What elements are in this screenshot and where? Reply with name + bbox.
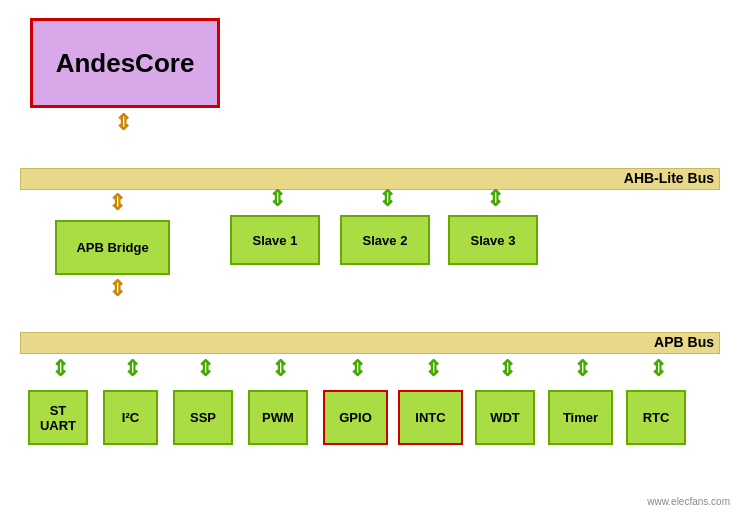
ahb-bus-label: AHB-Lite Bus	[624, 170, 714, 186]
apb-bus-bar	[20, 332, 720, 354]
apb-bridge-to-apb-arrow: ⇕	[107, 278, 127, 300]
st-uart-box: ST UART	[28, 390, 88, 445]
apb-to-i2c-arrow: ⇕	[122, 358, 142, 380]
watermark: www.elecfans.com	[647, 496, 730, 507]
andes-core-label: AndesCore	[56, 48, 195, 79]
slave2-box: Slave 2	[340, 215, 430, 265]
andes-to-ahb-arrow: ⇕	[113, 112, 133, 134]
intc-box: INTC	[398, 390, 463, 445]
ahb-bus-bar	[20, 168, 720, 190]
apb-to-gpio-arrow: ⇕	[347, 358, 367, 380]
wdt-box: WDT	[475, 390, 535, 445]
apb-to-pwm-arrow: ⇕	[270, 358, 290, 380]
apb-to-stuart-arrow: ⇕	[50, 358, 70, 380]
apb-bridge-box: APB Bridge	[55, 220, 170, 275]
apb-to-rtc-arrow: ⇕	[648, 358, 668, 380]
ahb-to-slave3-arrow: ⇕	[485, 188, 505, 210]
apb-to-ssp-arrow: ⇕	[195, 358, 215, 380]
ahb-to-apb-bridge-arrow: ⇕	[107, 192, 127, 214]
andes-core-box: AndesCore	[30, 18, 220, 108]
slave3-box: Slave 3	[448, 215, 538, 265]
ahb-to-slave1-arrow: ⇕	[267, 188, 287, 210]
i2c-box: I²C	[103, 390, 158, 445]
rtc-box: RTC	[626, 390, 686, 445]
apb-to-wdt-arrow: ⇕	[497, 358, 517, 380]
gpio-box: GPIO	[323, 390, 388, 445]
apb-bus-label: APB Bus	[654, 334, 714, 350]
timer-box: Timer	[548, 390, 613, 445]
apb-to-timer-arrow: ⇕	[572, 358, 592, 380]
ssp-box: SSP	[173, 390, 233, 445]
pwm-box: PWM	[248, 390, 308, 445]
apb-to-intc-arrow: ⇕	[423, 358, 443, 380]
slave1-box: Slave 1	[230, 215, 320, 265]
ahb-to-slave2-arrow: ⇕	[377, 188, 397, 210]
diagram-container: AndesCore ⇕ AHB-Lite Bus APB Bridge ⇕ ⇕ …	[0, 0, 742, 515]
